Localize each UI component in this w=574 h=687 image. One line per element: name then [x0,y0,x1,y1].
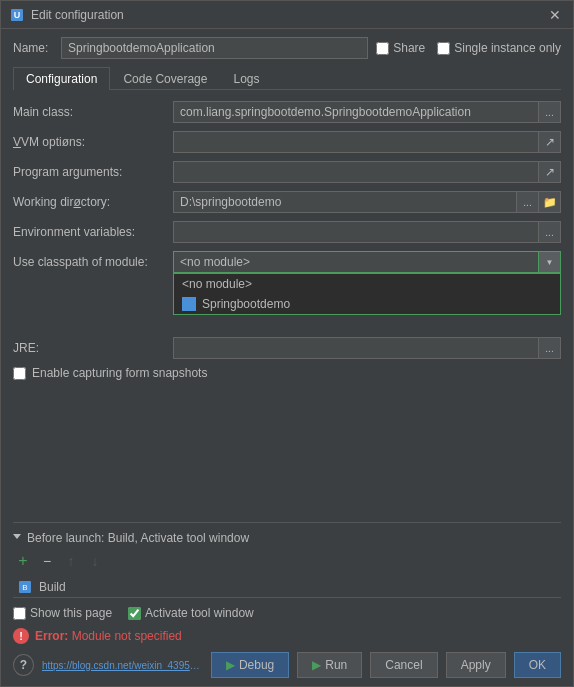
svg-text:B: B [22,583,27,592]
show-page-checkbox[interactable] [13,607,26,620]
run-label: Run [325,658,347,672]
svg-text:U: U [14,10,21,20]
title-bar: U Edit configuration ✕ [1,1,573,29]
bottom-buttons: ? https://blog.csdn.net/weixin_43957289 … [13,652,561,678]
program-args-label: Program arguments: [13,165,173,179]
jre-browse-btn[interactable]: ... [539,337,561,359]
move-up-button[interactable]: ↑ [61,551,81,571]
tab-configuration[interactable]: Configuration [13,67,110,90]
error-text: Error: Module not specified [35,629,182,643]
classpath-option-springbootdemo[interactable]: Springbootdemo [174,294,560,314]
main-class-input-group: ... [173,101,561,123]
bottom-checkboxes: Show this page Activate tool window [13,606,561,620]
add-task-button[interactable]: + [13,551,33,571]
jre-input-group: ... [173,337,561,359]
url-bar[interactable]: https://blog.csdn.net/weixin_43957289 [42,660,203,671]
working-dir-label: Working dirøctory: [13,195,173,209]
vm-options-input[interactable] [173,131,539,153]
main-class-label: Main class: [13,105,173,119]
single-instance-checkbox-group: Single instance only [437,41,561,55]
tab-logs[interactable]: Logs [220,67,272,90]
classpath-dropdown-list: <no module> Springbootdemo [173,273,561,315]
main-class-browse-btn[interactable]: ... [539,101,561,123]
debug-label: Debug [239,658,274,672]
tab-bar: Configuration Code Coverage Logs [13,67,561,90]
before-launch-section: Before launch: Build, Activate tool wind… [13,531,561,597]
cancel-button[interactable]: Cancel [370,652,437,678]
program-args-expand-btn[interactable]: ↗ [539,161,561,183]
env-vars-input[interactable] [173,221,539,243]
run-icon: ▶ [312,658,321,672]
program-args-row: Program arguments: ↗ [13,160,561,184]
env-vars-label: Environment variables: [13,225,173,239]
vm-options-input-group: ↗ [173,131,561,153]
program-args-input[interactable] [173,161,539,183]
working-dir-browse-btn[interactable]: ... [517,191,539,213]
module-icon [182,297,196,311]
classpath-selected-value: <no module> [180,255,250,269]
divider-1 [13,522,561,523]
enable-snapshot-row: Enable capturing form snapshots [13,366,561,380]
build-icon: B [17,579,33,595]
error-message: Module not specified [72,629,182,643]
before-launch-title: Before launch: Build, Activate tool wind… [27,531,249,545]
enable-snapshot-label: Enable capturing form snapshots [32,366,207,380]
classpath-row: Use classpath of module: <no module> ▼ <… [13,250,561,274]
dialog-title: Edit configuration [31,8,545,22]
form-area: Main class: ... VVM optiøns: ↗ Program a… [13,100,561,514]
classpath-dropdown-arrow[interactable]: ▼ [539,251,561,273]
ok-button[interactable]: OK [514,652,561,678]
activate-window-checkbox[interactable] [128,607,141,620]
debug-icon: ▶ [226,658,235,672]
working-dir-folder-btn[interactable]: 📁 [539,191,561,213]
jre-label: JRE: [13,341,173,355]
name-row: Name: Share Single instance only [13,37,561,59]
vm-options-expand-btn[interactable]: ↗ [539,131,561,153]
vm-options-row: VVM optiøns: ↗ [13,130,561,154]
build-item-label: Build [39,580,66,594]
remove-task-button[interactable]: − [37,551,57,571]
build-item: B Build [13,577,561,597]
env-vars-row: Environment variables: ... [13,220,561,244]
classpath-select[interactable]: <no module> [173,251,539,273]
working-dir-input[interactable] [173,191,517,213]
activate-window-label: Activate tool window [145,606,254,620]
classpath-label: Use classpath of module: [13,255,173,269]
classpath-dropdown-container: <no module> ▼ <no module> Springbootdemo [173,251,561,273]
share-label: Share [393,41,425,55]
apply-button[interactable]: Apply [446,652,506,678]
show-page-group: Show this page [13,606,112,620]
working-dir-input-group: ... 📁 [173,191,561,213]
name-input[interactable] [61,37,368,59]
tab-code-coverage[interactable]: Code Coverage [110,67,220,90]
move-down-button[interactable]: ↓ [85,551,105,571]
before-launch-header: Before launch: Build, Activate tool wind… [13,531,561,545]
jre-input[interactable] [173,337,539,359]
working-dir-row: Working dirøctory: ... 📁 [13,190,561,214]
bottom-section: Show this page Activate tool window ! Er… [13,597,561,678]
vm-options-label: VVM optiøns: [13,135,173,149]
jre-row: JRE: ... [13,336,561,360]
main-class-input[interactable] [173,101,539,123]
classpath-option-no-module[interactable]: <no module> [174,274,560,294]
debug-button[interactable]: ▶ Debug [211,652,289,678]
share-checkbox[interactable] [376,42,389,55]
help-button[interactable]: ? [13,654,34,676]
close-button[interactable]: ✕ [545,5,565,25]
enable-snapshot-checkbox[interactable] [13,367,26,380]
env-vars-browse-btn[interactable]: ... [539,221,561,243]
classpath-option-springbootdemo-label: Springbootdemo [202,297,290,311]
run-button[interactable]: ▶ Run [297,652,362,678]
single-instance-checkbox[interactable] [437,42,450,55]
before-launch-toggle[interactable] [13,534,21,543]
name-label: Name: [13,41,53,55]
dialog-content: Name: Share Single instance only Configu… [1,29,573,686]
show-page-label: Show this page [30,606,112,620]
app-icon: U [9,7,25,23]
error-icon: ! [13,628,29,644]
single-instance-label: Single instance only [454,41,561,55]
edit-configuration-dialog: U Edit configuration ✕ Name: Share Singl… [0,0,574,687]
activate-window-group: Activate tool window [128,606,254,620]
before-launch-toolbar: + − ↑ ↓ [13,551,561,571]
error-row: ! Error: Module not specified [13,628,561,644]
